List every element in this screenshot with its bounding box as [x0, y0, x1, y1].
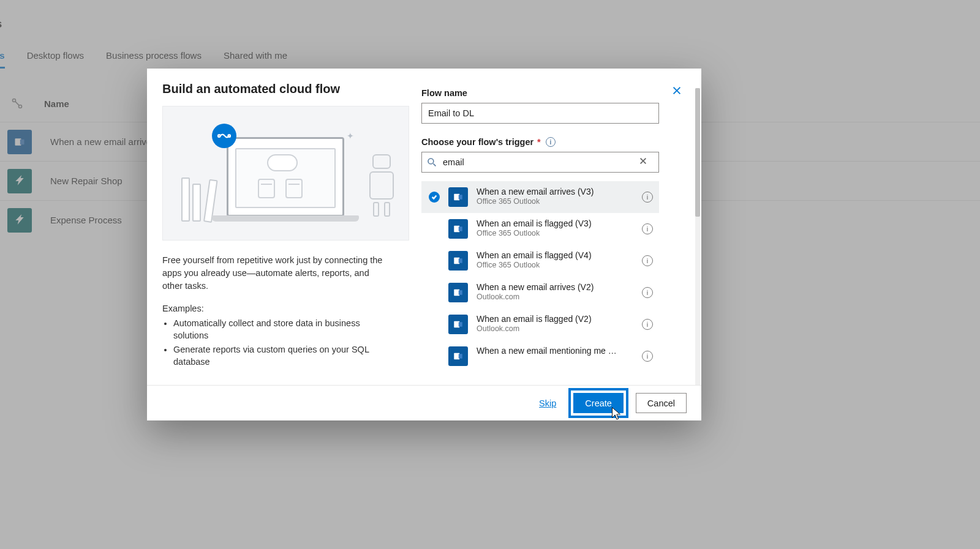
- trigger-option[interactable]: When a new email arrives (V2)Outlook.com…: [421, 277, 659, 308]
- svg-rect-8: [459, 195, 462, 200]
- trigger-connector: Outlook.com: [477, 293, 638, 302]
- trigger-radio-selected[interactable]: [429, 192, 440, 203]
- trigger-option[interactable]: When an email is flagged (V3)Office 365 …: [421, 213, 659, 245]
- trigger-option[interactable]: When a new email arrives (V3)Office 365 …: [421, 181, 659, 213]
- trigger-connector: Office 365 Outlook: [477, 261, 638, 271]
- example-item: Automatically collect and store data in …: [173, 317, 391, 342]
- dialog-description: Free yourself from repetitive work just …: [162, 254, 391, 293]
- trigger-name: When an email is flagged (V4): [477, 250, 617, 261]
- panel-scrollbar-thumb[interactable]: [695, 88, 700, 217]
- svg-rect-14: [459, 290, 462, 295]
- svg-rect-12: [459, 258, 462, 263]
- create-button-highlight: Create: [568, 388, 628, 418]
- svg-point-4: [218, 135, 221, 137]
- trigger-connector: Office 365 Outlook: [477, 229, 638, 239]
- trigger-radio[interactable]: [429, 319, 440, 330]
- trigger-radio[interactable]: [429, 287, 440, 298]
- info-icon[interactable]: i: [642, 319, 653, 330]
- trigger-radio[interactable]: [429, 351, 440, 362]
- example-item: Generate reports via custom queries on y…: [173, 343, 391, 368]
- dialog-title: Build an automated cloud flow: [162, 82, 391, 96]
- outlook-icon: [448, 219, 468, 239]
- flow-name-input[interactable]: [421, 103, 659, 124]
- dialog-footer: Skip Create Cancel: [147, 385, 701, 420]
- dialog-illustration: ✦: [162, 106, 409, 241]
- outlook-icon: [448, 283, 468, 302]
- info-icon[interactable]: i: [642, 255, 653, 266]
- flow-badge-icon: [212, 124, 236, 148]
- svg-rect-10: [459, 226, 462, 231]
- examples-list: Automatically collect and store data in …: [173, 317, 391, 368]
- info-icon[interactable]: i: [642, 351, 653, 362]
- outlook-icon: [448, 346, 468, 366]
- trigger-list: When a new email arrives (V3)Office 365 …: [421, 181, 659, 372]
- outlook-icon: [448, 251, 468, 271]
- trigger-radio[interactable]: [429, 223, 440, 234]
- cancel-button[interactable]: Cancel: [636, 393, 687, 413]
- build-automated-flow-dialog: Build an automated cloud flow ✦ Free you…: [147, 69, 701, 420]
- required-indicator: *: [537, 137, 541, 147]
- flow-name-label: Flow name: [421, 88, 683, 98]
- info-icon[interactable]: i: [642, 287, 653, 298]
- trigger-name: When a new email arrives (V3): [477, 187, 617, 198]
- info-icon[interactable]: i: [642, 223, 653, 234]
- outlook-icon: [448, 315, 468, 334]
- trigger-name: When a new email mentioning me a…: [477, 346, 617, 357]
- outlook-icon: [448, 187, 468, 207]
- trigger-option[interactable]: When a new email mentioning me a…Outlook…: [421, 340, 659, 372]
- skip-button[interactable]: Skip: [534, 398, 561, 408]
- trigger-option[interactable]: When an email is flagged (V4)Office 365 …: [421, 245, 659, 277]
- trigger-option[interactable]: When an email is flagged (V2)Outlook.com…: [421, 308, 659, 340]
- trigger-name: When an email is flagged (V3): [477, 218, 617, 230]
- trigger-radio[interactable]: [429, 255, 440, 266]
- trigger-search-input[interactable]: [443, 157, 639, 167]
- create-button[interactable]: Create: [573, 393, 624, 413]
- trigger-connector: Office 365 Outlook: [477, 197, 638, 207]
- trigger-label: Choose your flow's trigger: [421, 137, 533, 147]
- svg-rect-16: [459, 322, 462, 327]
- examples-heading: Examples:: [162, 304, 391, 313]
- svg-point-6: [428, 159, 434, 164]
- svg-rect-18: [459, 354, 462, 359]
- trigger-connector: Outlook.com: [477, 324, 638, 334]
- trigger-search-field[interactable]: [421, 152, 659, 173]
- trigger-name: When a new email arrives (V2): [477, 282, 617, 293]
- trigger-name: When an email is flagged (V2): [477, 314, 617, 325]
- search-icon: [427, 157, 437, 167]
- clear-search-button[interactable]: [639, 157, 654, 168]
- info-icon[interactable]: i: [546, 137, 556, 147]
- info-icon[interactable]: i: [642, 192, 653, 203]
